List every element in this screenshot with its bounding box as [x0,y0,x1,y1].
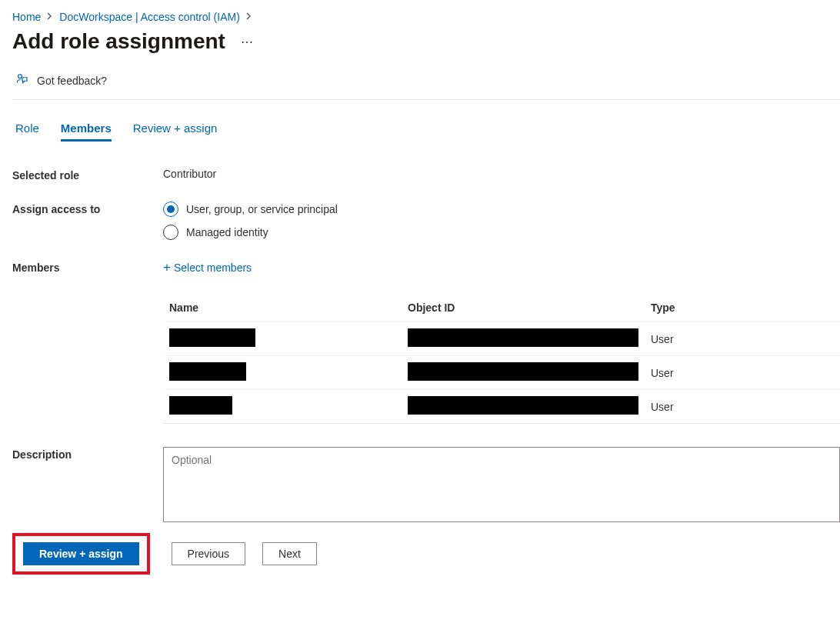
radio-unselected-icon [163,225,178,240]
breadcrumb: Home DocWorkspace | Access control (IAM) [12,11,840,23]
page-title: Add role assignment [12,29,225,54]
assign-access-label: Assign access to [12,202,163,215]
next-button[interactable]: Next [262,542,317,565]
redacted-name [169,396,232,415]
plus-icon: + [163,260,171,275]
review-assign-button[interactable]: Review + assign [23,542,139,565]
select-members-link[interactable]: + Select members [163,260,840,275]
chevron-right-icon [246,12,252,22]
breadcrumb-home[interactable]: Home [12,11,41,23]
previous-button[interactable]: Previous [172,542,245,565]
assign-access-radio-group: User, group, or service principal Manage… [163,202,840,240]
redacted-name [169,362,246,381]
radio-user-group-service[interactable]: User, group, or service principal [163,202,840,217]
members-label: Members [12,260,163,274]
table-row: User [163,322,840,356]
tab-role[interactable]: Role [15,122,39,142]
table-header-object-id: Object ID [402,294,645,322]
tabs: Role Members Review + assign [12,100,840,142]
description-textarea[interactable] [163,447,840,522]
footer-buttons: Review + assign Previous Next [12,533,840,582]
svg-point-0 [18,75,22,78]
radio-selected-icon [163,202,178,217]
radio-user-label: User, group, or service principal [186,203,338,215]
radio-managed-identity[interactable]: Managed identity [163,225,840,240]
tab-review-assign[interactable]: Review + assign [133,122,218,142]
table-header-name: Name [163,294,402,322]
feedback-link[interactable]: Got feedback? [12,54,840,100]
redacted-object-id [408,362,638,381]
feedback-icon [15,72,29,88]
breadcrumb-path[interactable]: DocWorkspace | Access control (IAM) [59,11,239,23]
table-cell-type: User [645,322,840,356]
table-cell-type: User [645,356,840,390]
chevron-right-icon [47,12,53,22]
selected-role-label: Selected role [12,168,163,182]
highlight-box: Review + assign [12,533,150,575]
redacted-object-id [408,328,638,347]
description-label: Description [12,447,163,522]
more-actions-icon[interactable]: ⋯ [241,35,254,49]
redacted-name [169,328,255,347]
members-table: Name Object ID Type User User [163,294,840,424]
table-cell-type: User [645,390,840,424]
select-members-text: Select members [174,262,252,274]
feedback-text: Got feedback? [37,75,107,87]
table-row: User [163,390,840,424]
redacted-object-id [408,396,638,415]
selected-role-value: Contributor [163,168,840,180]
table-header-type: Type [645,294,840,322]
radio-mi-label: Managed identity [186,226,268,238]
table-row: User [163,356,840,390]
tab-members[interactable]: Members [61,122,112,142]
